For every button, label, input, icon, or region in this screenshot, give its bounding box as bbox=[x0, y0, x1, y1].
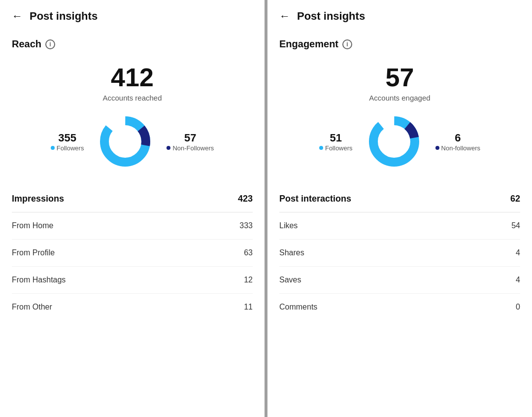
right-back-button[interactable]: ← bbox=[279, 10, 290, 23]
reach-donut-chart bbox=[96, 112, 155, 171]
list-item: From Other 11 bbox=[12, 294, 253, 320]
reach-stats: 412 Accounts reached bbox=[12, 64, 253, 102]
eng-followers-legend: 51 Followers bbox=[319, 132, 353, 152]
impressions-breakdown: From Home 333 From Profile 63 From Hasht… bbox=[12, 212, 253, 320]
nonfollowers-count: 57 bbox=[166, 132, 214, 144]
eng-nonfollowers-legend: 6 Non-followers bbox=[435, 132, 480, 152]
list-item: From Hashtags 12 bbox=[12, 267, 253, 294]
reach-info-icon[interactable]: i bbox=[45, 39, 55, 49]
engagement-stats: 57 Accounts engaged bbox=[279, 64, 520, 102]
right-header: ← Post insights bbox=[279, 10, 520, 23]
impressions-value: 423 bbox=[238, 194, 253, 204]
eng-nonfollowers-label: Non-followers bbox=[435, 144, 480, 152]
accounts-engaged-number: 57 bbox=[279, 64, 520, 92]
accounts-engaged-label: Accounts engaged bbox=[279, 94, 520, 102]
left-page-title: Post insights bbox=[30, 10, 98, 23]
right-section-title: Engagement i bbox=[279, 38, 520, 50]
eng-nonfollowers-dot bbox=[435, 146, 439, 150]
eng-followers-dot bbox=[319, 146, 323, 150]
list-item: Shares 4 bbox=[279, 240, 520, 267]
followers-dot bbox=[51, 146, 55, 150]
impressions-row: Impressions 423 bbox=[12, 189, 253, 212]
right-page-title: Post insights bbox=[297, 10, 365, 23]
svg-point-0 bbox=[104, 121, 146, 162]
engagement-donut-row: 51 Followers 6 Non-followers bbox=[279, 112, 520, 171]
accounts-reached-label: Accounts reached bbox=[12, 94, 253, 102]
list-item: Saves 4 bbox=[279, 267, 520, 294]
list-item: From Profile 63 bbox=[12, 240, 253, 267]
right-panel: ← Post insights Engagement i 57 Accounts… bbox=[267, 0, 532, 417]
nonfollowers-legend: 57 Non-Followers bbox=[166, 132, 214, 152]
post-interactions-label: Post interactions bbox=[279, 194, 351, 204]
eng-nonfollowers-count: 6 bbox=[435, 132, 480, 144]
nonfollowers-label: Non-Followers bbox=[166, 144, 214, 152]
list-item: Likes 54 bbox=[279, 212, 520, 240]
followers-legend: 355 Followers bbox=[51, 132, 84, 152]
engagement-info-icon[interactable]: i bbox=[342, 39, 352, 49]
nonfollowers-dot bbox=[166, 146, 170, 150]
list-item: Comments 0 bbox=[279, 294, 520, 320]
left-header: ← Post insights bbox=[12, 10, 253, 23]
impressions-label: Impressions bbox=[12, 194, 64, 204]
left-section-title: Reach i bbox=[12, 38, 253, 50]
accounts-reached-number: 412 bbox=[12, 64, 253, 92]
eng-followers-count: 51 bbox=[319, 132, 353, 144]
followers-count: 355 bbox=[51, 132, 84, 144]
engagement-donut-chart bbox=[365, 112, 424, 171]
interactions-breakdown: Likes 54 Shares 4 Saves 4 Comments 0 bbox=[279, 212, 520, 320]
left-panel: ← Post insights Reach i 412 Accounts rea… bbox=[0, 0, 267, 417]
eng-followers-label: Followers bbox=[319, 144, 353, 152]
followers-label: Followers bbox=[51, 144, 84, 152]
list-item: From Home 333 bbox=[12, 212, 253, 240]
reach-donut-row: 355 Followers 57 Non-Followers bbox=[12, 112, 253, 171]
post-interactions-value: 62 bbox=[510, 194, 520, 204]
left-back-button[interactable]: ← bbox=[12, 10, 23, 23]
post-interactions-row: Post interactions 62 bbox=[279, 189, 520, 212]
